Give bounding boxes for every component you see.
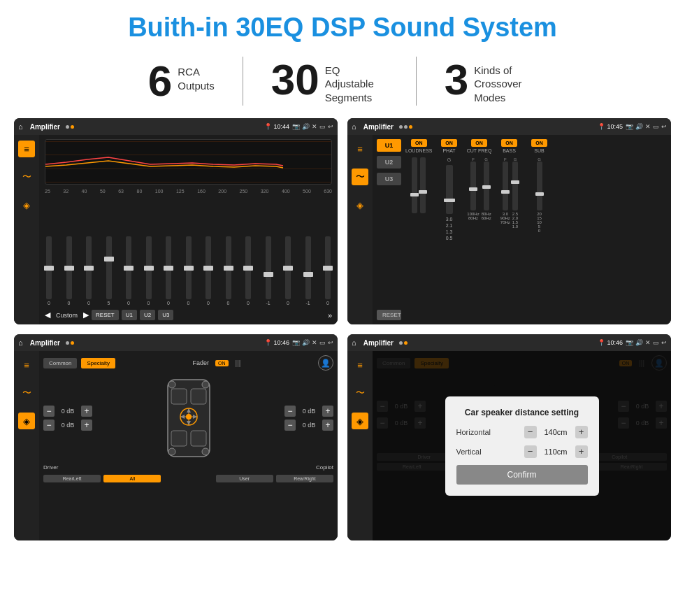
dialog-overlay: Car speaker distance setting Horizontal … bbox=[373, 351, 671, 540]
fader-minus-1[interactable]: − bbox=[43, 406, 55, 417]
fader-plus-2[interactable]: + bbox=[81, 420, 92, 431]
loudness-label: LOUDNESS bbox=[405, 148, 433, 153]
ctrl-loudness: ON LOUDNESS bbox=[405, 139, 433, 320]
eq-u1-btn[interactable]: U1 bbox=[122, 310, 137, 320]
fader-on-badge: ON bbox=[215, 360, 229, 366]
eq-main-area: 253240506380100125160200250320400500630 … bbox=[39, 135, 338, 324]
bass-toggle[interactable]: ON bbox=[501, 139, 517, 147]
fader-sidebar-wave-icon[interactable]: 〜 bbox=[18, 385, 35, 401]
fader-label-row: Driver Copilot bbox=[43, 464, 333, 471]
fader-rearleft-btn[interactable]: RearLeft bbox=[43, 475, 101, 482]
eq-slider-6: 0 bbox=[166, 236, 171, 306]
crossover-dots bbox=[399, 125, 412, 129]
eq-preset-label: Custom bbox=[53, 312, 80, 319]
fader-db-row-3: − 0 dB + bbox=[284, 406, 333, 417]
channel-u1-btn[interactable]: U1 bbox=[377, 139, 401, 152]
fader-db-val-2: 0 dB bbox=[57, 422, 78, 429]
eq-sidebar-eq-icon[interactable]: ≡ bbox=[18, 141, 35, 157]
stats-row: 6 RCAOutputs 30 EQ AdjustableSegments 3 … bbox=[0, 50, 685, 118]
phat-toggle[interactable]: ON bbox=[441, 139, 457, 147]
fader-db-left: − 0 dB + − 0 dB + bbox=[43, 406, 92, 431]
eq-reset-btn[interactable]: RESET bbox=[92, 310, 119, 320]
eq-freq-labels: 253240506380100125160200250320400500630 bbox=[45, 189, 332, 194]
crossover-sidebar-wave-icon[interactable]: 〜 bbox=[352, 169, 368, 185]
fader-sidebar-eq-icon[interactable]: ≡ bbox=[18, 357, 35, 373]
eq-more-icon[interactable]: » bbox=[328, 311, 332, 320]
ctrl-cutfreq: ON CUT FREQ F 100Hz 80Hz bbox=[466, 139, 493, 320]
svg-point-5 bbox=[168, 381, 175, 388]
eq-home-icon[interactable]: ⌂ bbox=[18, 122, 23, 131]
loudness-toggle[interactable]: ON bbox=[411, 139, 427, 147]
vertical-plus-btn[interactable]: + bbox=[575, 445, 588, 458]
vertical-minus-btn[interactable]: − bbox=[524, 445, 537, 458]
crossover-x-icon: ✕ bbox=[645, 123, 651, 130]
fader-db-val-3: 0 dB bbox=[298, 408, 319, 415]
sub-label: SUB bbox=[534, 148, 544, 153]
crossover-sidebar-eq-icon[interactable]: ≡ bbox=[352, 141, 368, 157]
dialog-home-icon[interactable]: ⌂ bbox=[352, 338, 356, 347]
channel-u3-btn[interactable]: U3 bbox=[377, 173, 401, 185]
confirm-button[interactable]: Confirm bbox=[456, 465, 588, 485]
dialog-camera-icon: 📷 bbox=[626, 339, 633, 346]
fader-time: 📍 10:46 bbox=[264, 339, 289, 346]
eq-graph bbox=[45, 139, 332, 185]
fader-dots bbox=[66, 341, 74, 345]
fader-rearright-btn[interactable]: RearRight bbox=[276, 475, 333, 482]
eq-prev-btn[interactable]: ◀ bbox=[45, 310, 50, 320]
fader-plus-4[interactable]: + bbox=[322, 420, 333, 431]
fader-specialty-tab[interactable]: Specialty bbox=[81, 358, 115, 368]
crossover-back-icon: ↩ bbox=[661, 123, 667, 130]
dialog-icons: 📷 🔊 ✕ ▭ ↩ bbox=[626, 339, 667, 346]
fader-volume-icon: 🔊 bbox=[302, 339, 310, 346]
fader-sidebar: ≡ 〜 ◈ bbox=[14, 351, 39, 540]
fader-buttons-row: RearLeft All User RearRight bbox=[43, 475, 333, 482]
eq-dot-2 bbox=[71, 125, 74, 129]
cutfreq-toggle[interactable]: ON bbox=[471, 139, 487, 147]
sub-toggle[interactable]: ON bbox=[531, 139, 547, 147]
eq-sidebar-wave-icon[interactable]: 〜 bbox=[18, 169, 35, 185]
eq-slider-2: 0 bbox=[86, 236, 92, 306]
eq-x-icon: ✕ bbox=[312, 123, 317, 130]
fader-minus-2[interactable]: − bbox=[43, 420, 55, 431]
fader-all-btn[interactable]: All bbox=[103, 475, 161, 482]
fader-minus-3[interactable]: − bbox=[284, 406, 296, 417]
fader-empty-space bbox=[164, 475, 212, 482]
eq-sidebar: ≡ 〜 ◈ bbox=[14, 135, 39, 324]
fader-copilot-label: Copilot bbox=[316, 464, 333, 471]
fader-user-btn[interactable]: User bbox=[216, 475, 273, 482]
crossover-controls-area: ON LOUDNESS ON bbox=[405, 139, 667, 320]
eq-u3-btn[interactable]: U3 bbox=[158, 310, 173, 320]
dialog-box-title: Car speaker distance setting bbox=[456, 408, 588, 417]
svg-rect-2 bbox=[191, 389, 206, 404]
channel-u2-btn[interactable]: U2 bbox=[377, 156, 401, 169]
dialog-title: Amplifier bbox=[363, 339, 394, 347]
fader-settings-icon[interactable]: 👤 bbox=[318, 355, 333, 371]
eq-next-btn[interactable]: ▶ bbox=[83, 310, 89, 320]
fader-minus-4[interactable]: − bbox=[284, 420, 296, 431]
fader-plus-1[interactable]: + bbox=[81, 406, 92, 417]
crossover-sidebar-speaker-icon[interactable]: ◈ bbox=[352, 196, 368, 213]
crossover-home-icon[interactable]: ⌂ bbox=[352, 122, 356, 131]
fader-sidebar-speaker-icon[interactable]: ◈ bbox=[18, 413, 35, 429]
dialog-sidebar-wave-icon[interactable]: 〜 bbox=[352, 385, 368, 401]
eq-slider-3: 5 bbox=[106, 236, 112, 306]
dialog-sidebar-speaker-icon[interactable]: ◈ bbox=[352, 413, 368, 429]
horizontal-plus-btn[interactable]: + bbox=[575, 426, 588, 438]
eq-back-icon: ↩ bbox=[328, 123, 333, 130]
eq-sidebar-speaker-icon[interactable]: ◈ bbox=[18, 196, 35, 213]
fader-icons: 📷 🔊 ✕ ▭ ↩ bbox=[292, 339, 333, 346]
fader-label-text: Fader bbox=[193, 359, 210, 366]
fader-plus-3[interactable]: + bbox=[322, 406, 333, 417]
fader-content: ≡ 〜 ◈ Common Specialty Fader ON ||| 👤 bbox=[14, 351, 338, 540]
fader-home-icon[interactable]: ⌂ bbox=[18, 338, 23, 347]
stat-eq: 30 EQ AdjustableSegments bbox=[243, 58, 416, 105]
fader-main-area: Common Specialty Fader ON ||| 👤 − 0 dB + bbox=[39, 351, 338, 540]
eq-u2-btn[interactable]: U2 bbox=[140, 310, 155, 320]
screen-eq: ⌂ Amplifier 📍 10:44 📷 🔊 ✕ ▭ ↩ ≡ 〜 ◈ bbox=[14, 118, 338, 324]
svg-point-7 bbox=[168, 448, 175, 455]
crossover-main-area: U1 U2 U3 RESET ON LOUDNESS bbox=[373, 135, 671, 324]
dialog-sidebar-eq-icon[interactable]: ≡ bbox=[352, 357, 368, 373]
horizontal-minus-btn[interactable]: − bbox=[524, 426, 537, 438]
fader-common-tab[interactable]: Common bbox=[43, 358, 77, 368]
crossover-reset-btn[interactable]: RESET bbox=[377, 310, 401, 320]
